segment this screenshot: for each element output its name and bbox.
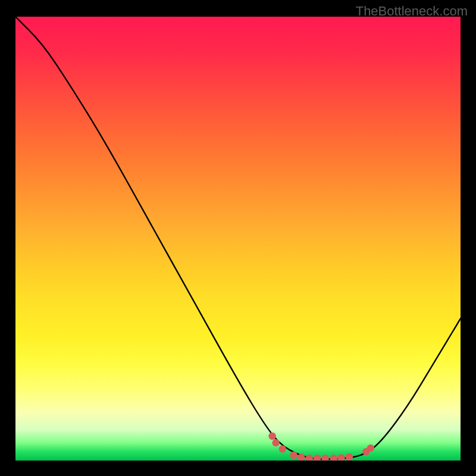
bottleneck-curve [15, 17, 461, 459]
curve-dot [306, 455, 313, 461]
watermark-text: TheBottleneck.com [356, 4, 468, 19]
chart-svg [15, 17, 461, 461]
curve-dot [279, 445, 286, 452]
plot-area [15, 17, 461, 461]
curve-dot [367, 444, 374, 452]
curve-dot [314, 455, 321, 461]
curve-dot [272, 439, 279, 446]
curve-dot [330, 455, 337, 461]
curve-dot [321, 455, 328, 461]
curve-dot [346, 453, 353, 461]
curve-dot [337, 454, 345, 461]
curve-dot [268, 433, 275, 440]
curve-dot [290, 452, 297, 459]
